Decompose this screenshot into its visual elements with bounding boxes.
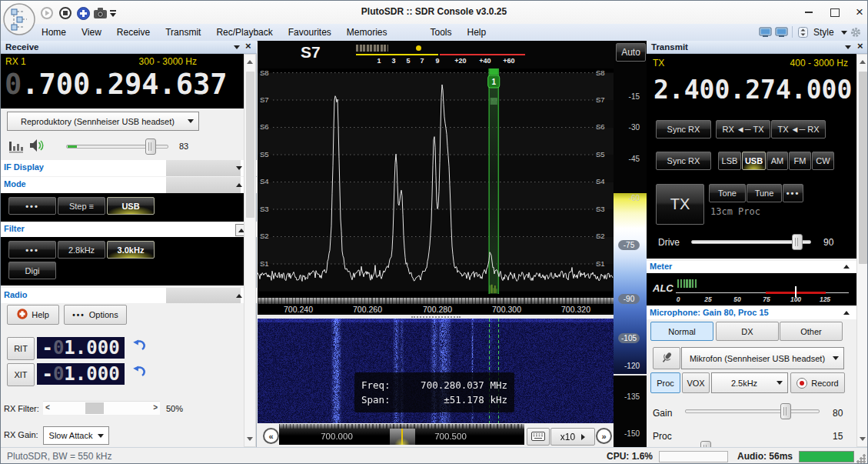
receive-panel-menu-icon[interactable]: [234, 45, 240, 49]
transmit-panel-scrollbar[interactable]: [856, 54, 868, 447]
tone-button[interactable]: Tone: [709, 184, 746, 202]
tab-receive[interactable]: Receive: [109, 24, 158, 41]
style-caret-icon[interactable]: [841, 31, 847, 35]
mode-more-button[interactable]: •••: [8, 197, 56, 215]
profile-other-button[interactable]: Other: [780, 322, 843, 341]
screenshot-camera-icon[interactable]: [94, 8, 107, 20]
splitter-handle-icon[interactable]: [411, 316, 461, 318]
mic-filter-select[interactable]: 2.5kHz: [711, 372, 788, 393]
stop-radio-icon[interactable]: [59, 7, 72, 21]
app-logo-icon[interactable]: [2, 2, 36, 38]
font-size-spinner-icon[interactable]: [798, 27, 808, 39]
settings-gear-icon[interactable]: [850, 26, 862, 40]
tx-frequency-display[interactable]: TX 400 - 3000 Hz 2.400.274.000 Sync RX R…: [647, 54, 856, 259]
drive-slider[interactable]: [691, 234, 811, 249]
audio-levels-icon[interactable]: [8, 139, 24, 155]
band-strip[interactable]: 700.000 700.500: [279, 429, 524, 445]
rit-reset-icon[interactable]: [131, 339, 146, 355]
transmit-panel-close-icon[interactable]: ×: [857, 42, 863, 50]
qat-customize-icon[interactable]: [110, 10, 116, 17]
scroll-down-icon[interactable]: [247, 437, 253, 441]
tx-mode-usb-button[interactable]: USB: [742, 152, 766, 170]
add-icon[interactable]: [77, 7, 90, 22]
rx-from-tx-button[interactable]: RX ◄─ TX: [716, 120, 770, 139]
rit-button[interactable]: RIT: [7, 337, 35, 360]
profile-dx-button[interactable]: DX: [716, 322, 779, 341]
meter-collapse-icon[interactable]: [843, 265, 850, 269]
waterfall-color-gradient[interactable]: [614, 193, 647, 376]
rit-value-display[interactable]: -01.000: [37, 337, 125, 359]
filter-28khz-button[interactable]: 2.8kHz: [58, 241, 105, 259]
maximize-button[interactable]: [823, 4, 846, 21]
tab-home[interactable]: Home: [34, 24, 74, 41]
profile-normal-button[interactable]: Normal: [650, 322, 713, 341]
transmit-panel-menu-icon[interactable]: [845, 45, 851, 49]
mode-collapse-icon[interactable]: [236, 183, 242, 187]
mic-test-button[interactable]: [653, 347, 680, 369]
mic-gain-slider-thumb[interactable]: [780, 403, 791, 419]
radio-section-header[interactable]: Radio: [1, 288, 257, 303]
waterfall[interactable]: Freq: 700.280.037 MHz Span: ±51.178 kHz: [258, 319, 614, 423]
microphone-collapse-icon[interactable]: [843, 311, 850, 315]
if-display-section-header[interactable]: IF Display: [1, 160, 257, 176]
scrollbar-thumb[interactable]: [859, 72, 867, 264]
close-button[interactable]: ×: [848, 4, 868, 21]
minimize-button[interactable]: [797, 4, 820, 21]
receive-panel-close-icon[interactable]: ×: [245, 42, 251, 50]
rx-gain-select[interactable]: Slow Attack: [43, 426, 109, 445]
rx-frequency-display[interactable]: RX 1 300 - 3000 Hz 0.700.294.637: [1, 54, 244, 108]
tab-tools[interactable]: Tools: [423, 24, 460, 41]
microphone-section-header[interactable]: Microphone: Gain 80, Proc 15: [647, 307, 856, 319]
mode-step-button[interactable]: Step ≡: [58, 197, 105, 215]
band-scroll-left-button[interactable]: «: [263, 428, 279, 444]
scroll-up-icon[interactable]: [860, 60, 866, 64]
tx-mode-cw-button[interactable]: CW: [812, 152, 834, 170]
meter-section-header[interactable]: Meter: [647, 261, 856, 272]
xit-button[interactable]: XIT: [7, 363, 35, 386]
mic-gain-slider[interactable]: [685, 403, 820, 418]
speaker-mute-icon[interactable]: [28, 138, 45, 155]
rx-filter-scrollbar[interactable]: < >: [43, 401, 160, 415]
tab-view[interactable]: View: [74, 24, 109, 41]
mic-device-select[interactable]: Mikrofon (Sennheiser USB headset): [681, 347, 844, 369]
start-radio-icon[interactable]: [41, 7, 53, 21]
band-scroll-right-button[interactable]: »: [596, 428, 612, 444]
resize-grip[interactable]: [856, 454, 866, 463]
tx-mode-fm-button[interactable]: FM: [789, 152, 811, 170]
visible-span-region[interactable]: [390, 429, 415, 445]
audio-output-select[interactable]: Reproduktory (Sennheiser USB headset): [7, 112, 199, 131]
tab-transmit[interactable]: Transmit: [158, 24, 208, 41]
proc-toggle-button[interactable]: Proc: [650, 372, 680, 393]
zoom-factor-button[interactable]: x10: [550, 428, 595, 446]
volume-slider[interactable]: [66, 139, 168, 153]
options-button[interactable]: ••• Options: [64, 305, 127, 325]
tab-help[interactable]: Help: [460, 24, 494, 41]
tx-ptt-button[interactable]: TX: [656, 184, 704, 225]
tx-more-button[interactable]: •••: [783, 184, 803, 202]
volume-slider-thumb[interactable]: [145, 139, 156, 155]
xit-value-display[interactable]: -01.000: [37, 363, 125, 385]
sync-rx-button-2[interactable]: Sync RX: [656, 152, 711, 170]
receive-panel-scrollbar[interactable]: [244, 54, 256, 447]
drive-slider-thumb[interactable]: [792, 234, 803, 250]
scrollbar-thumb[interactable]: [246, 72, 254, 218]
tab-favourites[interactable]: Favourites: [281, 24, 339, 41]
scroll-right-icon[interactable]: >: [153, 403, 158, 412]
filter-more-button[interactable]: •••: [8, 241, 56, 259]
tuning-marker[interactable]: 1: [488, 68, 500, 294]
mode-section-header[interactable]: Mode: [1, 177, 257, 193]
spectrum-plot[interactable]: 1 S8 S7 S6 S5 S4 S3 S2 S1 S8 S7 S6 S5 S4…: [258, 68, 614, 298]
tab-memories[interactable]: Memories: [339, 24, 395, 41]
tx-from-rx-button[interactable]: TX ◄─ RX: [771, 120, 826, 139]
keyboard-entry-button[interactable]: [527, 428, 550, 446]
monitor-2-icon[interactable]: [775, 27, 788, 39]
rx-filter-scrollbar-thumb[interactable]: [85, 402, 104, 414]
filter-digi-button[interactable]: Digi: [8, 262, 56, 279]
tab-rec-playback[interactable]: Rec/Playback: [208, 24, 280, 41]
scroll-left-icon[interactable]: <: [45, 403, 50, 412]
xit-reset-icon[interactable]: [131, 366, 146, 381]
radio-collapse-icon[interactable]: [236, 294, 242, 298]
scroll-up-icon[interactable]: [247, 60, 253, 64]
mode-usb-button[interactable]: USB: [107, 197, 155, 215]
filter-30khz-button[interactable]: 3.0kHz: [107, 241, 155, 259]
